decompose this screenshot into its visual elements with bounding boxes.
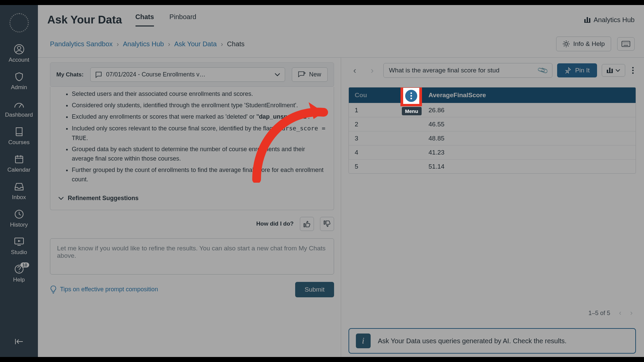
table-header: Cou Menu AverageFinalScore <box>349 87 636 103</box>
col-header-count[interactable]: Cou Menu <box>349 88 423 102</box>
feedback-row: How did I do? <box>50 217 334 231</box>
nav-studio[interactable]: Studio <box>0 234 38 258</box>
thumbs-up-button[interactable] <box>300 217 314 231</box>
nav-admin[interactable]: Admin <box>0 69 38 93</box>
answer-bullet: Further grouped by the count of enrollme… <box>72 166 326 184</box>
content: My Chats: 07/01/2024 - Course Enrollment… <box>38 58 644 357</box>
svg-point-27 <box>410 95 412 97</box>
nav-account[interactable]: Account <box>0 42 38 65</box>
left-pane: My Chats: 07/01/2024 - Course Enrollment… <box>38 58 341 357</box>
nav-label: Account <box>9 57 29 63</box>
chevron-icon: › <box>168 40 170 48</box>
more-button[interactable] <box>630 64 636 76</box>
query-box[interactable]: What is the average final score for stud… <box>383 63 552 78</box>
table-row: 441.23 <box>349 145 636 159</box>
ai-warning-text: Ask Your Data uses queries generated by … <box>378 337 567 345</box>
page-header: Ask Your Data Chats Pinboard Analytics H… <box>38 5 644 26</box>
svg-point-23 <box>632 67 634 68</box>
pin-button[interactable]: Pin It <box>557 63 597 77</box>
keyboard-button[interactable] <box>617 37 635 51</box>
help-badge: 10 <box>20 262 29 267</box>
nav-inbox[interactable]: Inbox <box>0 179 38 203</box>
nav-label: Courses <box>8 139 30 146</box>
svg-rect-16 <box>622 41 630 47</box>
feedback-label: How did I do? <box>256 221 293 227</box>
submit-button[interactable]: Submit <box>295 282 334 297</box>
tab-chats[interactable]: Chats <box>136 13 154 26</box>
prev-button[interactable]: ‹ <box>348 64 361 77</box>
nav-calendar[interactable]: Calendar <box>0 152 38 175</box>
analytics-hub-link[interactable]: Analytics Hub <box>584 16 635 24</box>
pager-next[interactable]: › <box>630 309 633 317</box>
results-table: Cou Menu AverageFinalScore <box>348 87 636 174</box>
nav-courses[interactable]: Courses <box>0 124 38 148</box>
book-icon <box>14 126 24 137</box>
query-text: What is the average final score for stud <box>389 67 500 74</box>
lightbulb-icon <box>50 286 57 294</box>
inbox-icon <box>14 181 24 192</box>
pin-icon <box>565 67 571 74</box>
tab-pinboard[interactable]: Pinboard <box>169 13 196 26</box>
crumb-ask[interactable]: Ask Your Data <box>174 40 217 48</box>
svg-point-26 <box>410 93 412 94</box>
hub-label: Analytics Hub <box>594 16 635 24</box>
answer-bullet: Considered only students, identified thr… <box>72 101 326 110</box>
result-toolbar: ‹ › What is the average final score for … <box>348 63 636 78</box>
attach-icon[interactable]: 📎 <box>537 64 549 76</box>
calendar-icon <box>14 154 24 165</box>
chevron-icon: › <box>117 40 119 48</box>
info-help-button[interactable]: Info & Help <box>556 37 611 51</box>
tips-link[interactable]: Tips on effective prompt composition <box>50 286 158 294</box>
thumbs-down-button[interactable] <box>320 217 334 231</box>
answer-list: Selected users and their associated cour… <box>58 89 326 184</box>
chevron-down-icon <box>275 73 280 76</box>
bottom-row: Tips on effective prompt composition Sub… <box>50 282 334 297</box>
nav-collapse[interactable] <box>0 334 38 349</box>
nav-help[interactable]: 10 Help <box>0 262 38 285</box>
keyboard-icon <box>622 41 630 47</box>
table-row: 551.14 <box>349 159 636 173</box>
nav-label: Admin <box>11 84 27 91</box>
column-menu-button[interactable] <box>405 90 417 102</box>
table-row: 246.55 <box>349 117 636 131</box>
crumb-sandbox[interactable]: Pandalytics Sandbox <box>50 40 113 48</box>
svg-point-13 <box>18 271 19 272</box>
svg-marker-11 <box>18 240 21 242</box>
col-header-score[interactable]: AverageFinalScore <box>423 88 636 102</box>
thumbs-down-icon <box>323 220 331 228</box>
next-button[interactable]: › <box>366 64 379 77</box>
chevron-down-icon <box>58 197 64 200</box>
chat-input[interactable]: Let me know if you would like to refine … <box>50 238 334 275</box>
nav-label: Calendar <box>7 167 31 173</box>
pager-prev[interactable]: ‹ <box>619 309 621 317</box>
global-nav: Account Admin Dashboard Courses Calendar <box>0 5 38 357</box>
chat-icon <box>95 71 102 78</box>
refinement-toggle[interactable]: Refinement Suggestions <box>58 194 326 203</box>
chart-type-button[interactable] <box>602 64 625 77</box>
clock-icon <box>14 209 24 220</box>
shield-icon <box>14 71 24 82</box>
pager: 1–5 of 5 ‹ › <box>348 303 636 323</box>
new-chat-button[interactable]: New <box>292 67 327 82</box>
main-area: Ask Your Data Chats Pinboard Analytics H… <box>38 5 644 357</box>
bar-chart-icon <box>584 17 590 23</box>
nav-history[interactable]: History <box>0 207 38 230</box>
nav-label: Dashboard <box>5 112 33 118</box>
nav-label: Help <box>13 277 25 283</box>
mychats-bar: My Chats: 07/01/2024 - Course Enrollment… <box>50 62 334 87</box>
menu-tooltip: Menu <box>402 107 422 115</box>
crumb-hub[interactable]: Analytics Hub <box>123 40 164 48</box>
svg-point-20 <box>626 43 626 43</box>
answer-bullet: Excluded any enrollments or scores that … <box>72 112 326 122</box>
svg-point-24 <box>632 70 634 71</box>
svg-rect-4 <box>15 156 23 163</box>
gear-icon <box>562 40 570 48</box>
answer-bullet: Selected users and their associated cour… <box>72 89 326 99</box>
chat-select[interactable]: 07/01/2024 - Course Enrollments vs. Stu <box>90 67 285 82</box>
nav-dashboard[interactable]: Dashboard <box>0 97 38 120</box>
new-chat-icon <box>298 71 306 78</box>
svg-point-21 <box>627 43 628 43</box>
collapse-icon <box>14 336 24 347</box>
app-logo <box>9 13 29 33</box>
table-row: 126.86 <box>349 103 636 117</box>
